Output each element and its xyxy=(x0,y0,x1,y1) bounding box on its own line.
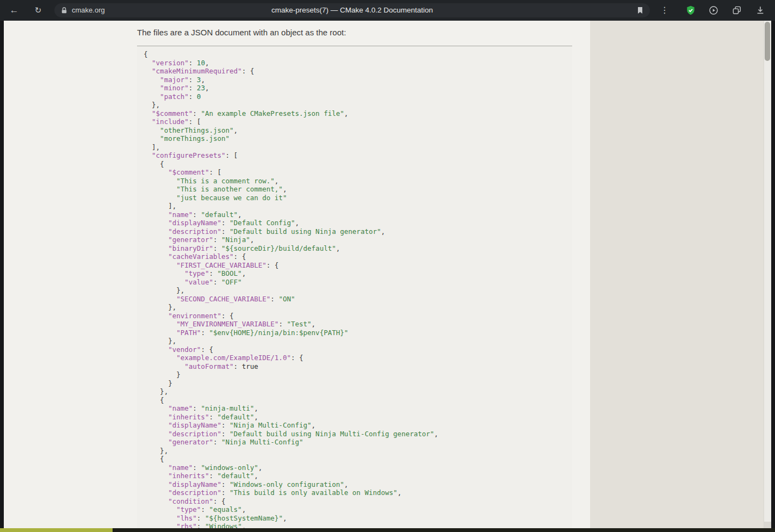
back-button[interactable]: ← xyxy=(8,4,21,17)
play-circle-icon xyxy=(708,5,719,16)
code-line: }, xyxy=(144,101,566,109)
code-line: "FIRST_CACHE_VARIABLE": { xyxy=(144,261,566,270)
reload-icon: ↻ xyxy=(35,4,42,17)
code-line: "inherits": "default", xyxy=(144,413,566,422)
code-line: "autoFormat": true xyxy=(144,362,566,371)
window-bottom-edge xyxy=(0,528,775,532)
code-line: "just because we can do it" xyxy=(144,194,566,202)
tabs-icon xyxy=(731,5,742,16)
menu-button[interactable]: ⋮ xyxy=(658,4,671,17)
code-line: "cmakeMinimumRequired": { xyxy=(144,67,566,76)
code-line: "environment": { xyxy=(144,312,566,320)
code-line: }, xyxy=(144,286,566,295)
code-line: "description": "Default build using Ninj… xyxy=(144,430,566,438)
code-line: "name": "ninja-multi", xyxy=(144,404,566,413)
scrollbar-thumb[interactable] xyxy=(765,22,770,61)
code-line: "cacheVariables": { xyxy=(144,252,566,261)
download-icon xyxy=(755,5,766,16)
page-content: The files are a JSON document with an ob… xyxy=(4,21,771,528)
code-line: "inherits": "default", xyxy=(144,472,566,480)
lock-icon xyxy=(60,7,68,14)
bookmark-button[interactable] xyxy=(635,5,646,16)
code-line: "moreThings.json" xyxy=(144,134,566,143)
url-text: cmake.org xyxy=(72,6,105,14)
code-line: "name": "default", xyxy=(144,211,566,219)
code-line: "MY_ENVIRONMENT_VARIABLE": "Test", xyxy=(144,320,566,329)
code-line: ], xyxy=(144,143,566,152)
code-line: "name": "windows-only", xyxy=(144,463,566,472)
tabs-extension-button[interactable] xyxy=(730,4,743,17)
code-line: "$comment": [ xyxy=(144,168,566,177)
code-line: "otherThings.json", xyxy=(144,126,566,135)
code-line: "rhs": "Windows", xyxy=(144,522,566,528)
page-title: cmake-presets(7) — CMake 4.0.2 Documenta… xyxy=(136,6,568,14)
progress-indicator xyxy=(0,528,113,532)
bookmark-icon xyxy=(636,6,644,15)
code-line: "description": "This build is only avail… xyxy=(144,488,566,497)
code-line: ], xyxy=(144,202,566,211)
code-line: "$comment": "An example CMakePresets.jso… xyxy=(144,109,566,118)
code-line: "description": "Default build using Ninj… xyxy=(144,227,566,236)
code-line: "lhs": "${hostSystemName}", xyxy=(144,514,566,523)
code-line: "binaryDir": "${sourceDir}/build/default… xyxy=(144,244,566,253)
code-line: "type": "BOOL", xyxy=(144,269,566,278)
code-line: "PATH": "$env{HOME}/ninja/bin:$penv{PATH… xyxy=(144,329,566,337)
code-line: "This is a comment row.", xyxy=(144,177,566,185)
code-line: { xyxy=(144,396,566,405)
code-line: "displayName": "Default Config", xyxy=(144,219,566,227)
code-line: "type": "equals", xyxy=(144,505,566,514)
shield-check-icon xyxy=(685,5,696,16)
intro-text: The files are a JSON document with an ob… xyxy=(137,28,346,37)
code-line: { xyxy=(144,50,566,59)
code-line: "value": "OFF" xyxy=(144,278,566,287)
code-line: "minor": 23, xyxy=(144,84,566,92)
code-line: "condition": { xyxy=(144,497,566,506)
code-line: }, xyxy=(144,303,566,312)
address-bar[interactable]: cmake.org cmake-presets(7) — CMake 4.0.2… xyxy=(54,3,650,17)
code-line: "major": 3, xyxy=(144,76,566,84)
code-line: "version": 10, xyxy=(144,59,566,67)
code-line: } xyxy=(144,379,566,388)
code-line: "vendor": { xyxy=(144,345,566,354)
code-line: }, xyxy=(144,447,566,455)
code-line: } xyxy=(144,370,566,379)
media-extension-button[interactable] xyxy=(707,4,720,17)
code-line: "SECOND_CACHE_VARIABLE": "ON" xyxy=(144,295,566,304)
code-line: "generator": "Ninja Multi-Config" xyxy=(144,438,566,447)
back-icon: ← xyxy=(10,4,19,17)
code-line: "patch": 0 xyxy=(144,92,566,101)
code-line: }, xyxy=(144,337,566,345)
code-line: "configurePresets": [ xyxy=(144,151,566,160)
code-line: "generator": "Ninja", xyxy=(144,236,566,244)
scrollbar-down-button[interactable] xyxy=(764,522,771,528)
kebab-icon: ⋮ xyxy=(660,4,669,17)
document-body: The files are a JSON document with an ob… xyxy=(4,21,764,528)
browser-toolbar: ← ↻ cmake.org cmake-presets(7) — CMake 4… xyxy=(0,0,775,21)
reload-button[interactable]: ↻ xyxy=(32,4,45,17)
scrollbar[interactable] xyxy=(764,21,771,528)
code-line: }, xyxy=(144,387,566,396)
code-line: "displayName": "Ninja Multi-Config", xyxy=(144,421,566,430)
code-block: { "version": 10, "cmakeMinimumRequired":… xyxy=(137,46,572,528)
code-line: "include": [ xyxy=(144,117,566,126)
code-line: { xyxy=(144,160,566,169)
code-line: "displayName": "Windows-only configurati… xyxy=(144,480,566,489)
download-button[interactable] xyxy=(754,4,767,17)
code-line: "example.com/ExampleIDE/1.0": { xyxy=(144,354,566,362)
code-line: "This is another comment,", xyxy=(144,185,566,194)
adblock-extension-button[interactable] xyxy=(684,4,697,17)
code-line: { xyxy=(144,455,566,463)
